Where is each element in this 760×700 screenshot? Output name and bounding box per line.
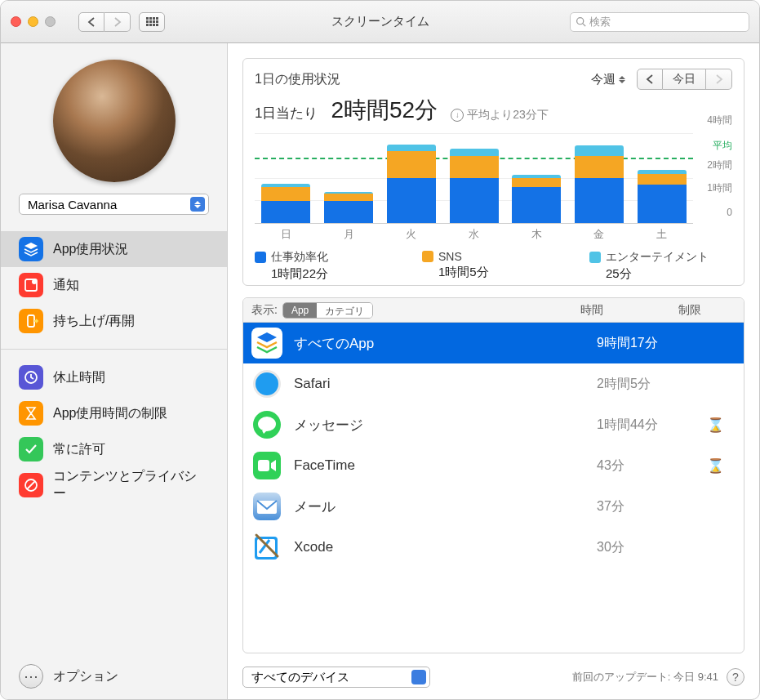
- hourglass-icon: [19, 401, 43, 426]
- sidebar-divider: [1, 349, 227, 350]
- nav-forward-button[interactable]: [104, 12, 131, 32]
- app-row[interactable]: メール37分: [243, 486, 744, 527]
- app-name: Xcode: [294, 539, 597, 555]
- app-name: Safari: [294, 376, 597, 392]
- app-time: 1時間44分: [597, 417, 695, 434]
- usage-section-title: 1日の使用状況: [255, 71, 340, 88]
- messages-icon: [251, 409, 282, 440]
- app-limit: ⌛: [695, 417, 736, 434]
- legend-value: 1時間22分: [271, 266, 398, 282]
- view-segment-control[interactable]: App カテゴリ: [282, 302, 373, 319]
- segment-app[interactable]: App: [283, 303, 317, 318]
- grid-icon: [146, 17, 158, 26]
- x-tick-label: 日: [255, 227, 318, 242]
- legend-swatch-icon: [589, 252, 601, 263]
- device-select-label: すべてのデバイス: [251, 670, 349, 685]
- x-tick-label: 月: [318, 227, 380, 242]
- app-name: メール: [294, 497, 597, 516]
- column-header-limit: 制限: [678, 303, 736, 318]
- window-zoom-button[interactable]: [45, 16, 56, 27]
- window-close-button[interactable]: [11, 16, 21, 27]
- sidebar-item[interactable]: 持ち上げ/再開: [1, 303, 227, 339]
- date-today-button[interactable]: 今日: [663, 69, 706, 90]
- window-minimize-button[interactable]: [28, 16, 38, 27]
- x-tick-label: 火: [380, 227, 442, 242]
- sidebar-item[interactable]: 通知: [1, 267, 227, 303]
- app-row[interactable]: Safari2時間5分: [243, 363, 744, 404]
- chevron-updown-icon: [190, 197, 205, 212]
- legend-value: 25分: [606, 266, 732, 282]
- svg-point-9: [256, 372, 278, 395]
- nosign-icon: [19, 473, 43, 497]
- sidebar-item[interactable]: App使用状況: [1, 231, 227, 267]
- sidebar-item[interactable]: 休止時間: [1, 359, 227, 395]
- x-tick-label: 水: [442, 227, 505, 242]
- svg-line-7: [27, 481, 35, 489]
- summary-prefix: 1日当たり: [255, 104, 318, 123]
- sidebar-item-label: App使用状況: [53, 241, 128, 258]
- titlebar: スクリーンタイム 検索: [1, 1, 759, 43]
- svg-point-3: [32, 279, 37, 284]
- app-time: 43分: [597, 457, 695, 475]
- device-select[interactable]: すべてのデバイス: [242, 667, 430, 688]
- question-icon: ?: [732, 671, 739, 684]
- app-row[interactable]: Xcode30分: [243, 527, 744, 568]
- y-tick-label: 4時間: [707, 114, 732, 127]
- legend-swatch-icon: [255, 252, 266, 263]
- mail-icon: [251, 491, 282, 522]
- legend-swatch-icon: [422, 251, 433, 262]
- usage-chart: 4時間平均2時間1時間0: [255, 134, 732, 224]
- sidebar-item-label: 休止時間: [53, 369, 105, 386]
- window-title: スクリーンタイム: [331, 14, 429, 29]
- chevron-updown-icon: [411, 670, 426, 684]
- app-name: FaceTime: [294, 457, 597, 474]
- options-label: オプション: [53, 668, 118, 685]
- y-tick-label: 2時間: [707, 158, 732, 172]
- svg-rect-17: [257, 539, 275, 557]
- bell-square-icon: [19, 273, 43, 297]
- legend-entry: エンターテイメント: [589, 250, 732, 265]
- segment-category[interactable]: カテゴリ: [317, 303, 372, 318]
- week-select[interactable]: 今週: [588, 70, 629, 89]
- svg-rect-4: [28, 315, 34, 327]
- app-name: すべてのApp: [294, 334, 597, 353]
- y-tick-label: 平均: [713, 139, 732, 153]
- app-row[interactable]: FaceTime43分⌛: [243, 445, 744, 486]
- search-input[interactable]: 検索: [570, 12, 749, 32]
- show-all-button[interactable]: [139, 12, 165, 32]
- date-next-button[interactable]: [706, 69, 732, 90]
- app-table-panel: 表示: App カテゴリ 時間 制限 すべてのApp9時間17分Safari2時…: [242, 297, 744, 653]
- svg-line-1: [583, 24, 585, 26]
- arrow-down-circle-icon: ↓: [451, 109, 464, 122]
- sidebar-item[interactable]: App使用時間の制限: [1, 395, 227, 431]
- pickup-icon: [19, 309, 43, 333]
- sidebar-item[interactable]: コンテンツとプライバシー: [1, 467, 227, 503]
- svg-point-11: [258, 417, 276, 431]
- svg-rect-13: [258, 460, 269, 471]
- summary-value: 2時間52分: [331, 95, 438, 126]
- app-row[interactable]: メッセージ1時間44分⌛: [243, 404, 744, 445]
- sidebar-item[interactable]: 常に許可: [1, 431, 227, 467]
- nav-back-button[interactable]: [78, 12, 104, 32]
- y-tick-label: 0: [727, 207, 732, 218]
- legend-entry: 仕事効率化: [255, 250, 398, 265]
- chevron-left-icon: [646, 74, 654, 84]
- help-button[interactable]: ?: [727, 668, 744, 686]
- chevron-right-icon: [715, 74, 723, 84]
- facetime-icon: [251, 450, 282, 481]
- app-row[interactable]: すべてのApp9時間17分: [243, 323, 744, 363]
- clock-icon: [19, 365, 43, 390]
- stack-icon: [19, 237, 43, 261]
- user-avatar[interactable]: [53, 60, 176, 182]
- legend-entry: SNS: [422, 250, 565, 263]
- x-tick-label: 金: [568, 227, 631, 242]
- app-time: 2時間5分: [597, 376, 695, 393]
- last-update-label: 前回のアップデート: 今日 9:41: [572, 670, 718, 684]
- app-time: 30分: [597, 539, 695, 556]
- x-tick-label: 土: [630, 227, 693, 242]
- app-name: メッセージ: [294, 416, 597, 435]
- date-prev-button[interactable]: [637, 69, 663, 90]
- user-select[interactable]: Marisa Cavanna: [19, 194, 209, 215]
- options-button[interactable]: ⋯: [19, 664, 43, 689]
- y-tick-label: 1時間: [707, 181, 732, 194]
